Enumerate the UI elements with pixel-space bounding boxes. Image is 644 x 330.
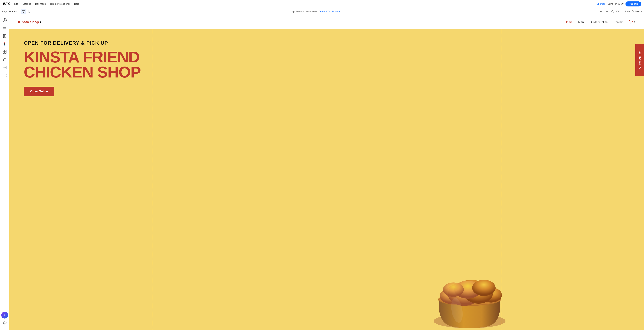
svg-rect-30 xyxy=(4,59,5,61)
page-selector[interactable]: Home xyxy=(9,10,18,13)
device-switcher xyxy=(21,9,32,14)
nav-order-online[interactable]: Order Online xyxy=(591,21,608,24)
order-online-sidebar-tab[interactable]: Order Online xyxy=(636,44,644,76)
site-navigation: Home Menu Order Online Contact 0 xyxy=(565,20,636,24)
search-button[interactable]: Search xyxy=(632,10,642,13)
svg-rect-15 xyxy=(3,28,6,28)
zoom-control[interactable]: 100% xyxy=(611,10,620,13)
preview-button[interactable]: Preview xyxy=(615,2,623,5)
svg-rect-37 xyxy=(3,74,6,75)
svg-point-61 xyxy=(472,280,496,296)
website-preview: Kinsta Shop★ Home Menu Order Online Cont… xyxy=(9,15,644,330)
top-bar-right: Upgrade Save Preview Publish xyxy=(596,1,641,6)
svg-rect-38 xyxy=(3,76,6,77)
hire-menu-item[interactable]: Hire a Professional xyxy=(50,2,70,5)
zoom-level-text: 100% xyxy=(614,10,620,13)
sidebar-item-layers[interactable] xyxy=(1,320,8,327)
svg-point-22 xyxy=(4,42,5,43)
svg-point-21 xyxy=(4,43,6,45)
desktop-icon[interactable] xyxy=(21,9,26,14)
left-sidebar: ✦ xyxy=(0,15,9,330)
undo-redo-group: ↩ ↪ xyxy=(598,9,609,14)
chicken-bucket-svg xyxy=(424,255,514,330)
save-button[interactable]: Save xyxy=(608,2,613,5)
svg-rect-28 xyxy=(3,52,4,53)
sidebar-item-pages[interactable] xyxy=(1,25,8,31)
site-header: Kinsta Shop★ Home Menu Order Online Cont… xyxy=(9,15,644,29)
svg-point-24 xyxy=(3,44,4,44)
svg-line-6 xyxy=(613,12,614,12)
chevron-down-icon xyxy=(16,11,18,12)
search-icon xyxy=(632,10,634,13)
editor-wrapper: ✦ Kinsta Shop★ Home Menu Order Online Co… xyxy=(0,15,644,330)
sidebar-item-design[interactable] xyxy=(1,40,8,47)
order-online-button[interactable]: Order Online xyxy=(24,87,54,96)
hero-content: OPEN FOR DELIVERY & PICK UP KINSTA FRIEN… xyxy=(9,29,390,107)
svg-point-4 xyxy=(29,12,30,12)
svg-rect-26 xyxy=(3,50,4,52)
svg-point-25 xyxy=(6,44,6,44)
svg-rect-35 xyxy=(3,66,6,69)
svg-line-10 xyxy=(634,12,634,12)
upgrade-button[interactable]: Upgrade xyxy=(596,2,606,5)
svg-point-41 xyxy=(632,23,632,24)
redo-button[interactable]: ↪ xyxy=(604,9,609,14)
svg-point-23 xyxy=(4,45,5,45)
canvas-area: Kinsta Shop★ Home Menu Order Online Cont… xyxy=(9,15,644,330)
svg-point-40 xyxy=(630,23,631,24)
svg-rect-8 xyxy=(622,12,624,12)
nav-menu[interactable]: Menu xyxy=(578,21,586,24)
svg-rect-7 xyxy=(622,11,624,11)
settings-menu-item[interactable]: Settings xyxy=(22,2,31,5)
cart-button[interactable]: 0 xyxy=(629,20,636,24)
site-logo: Kinsta Shop★ xyxy=(18,20,42,24)
sidebar-item-media[interactable] xyxy=(1,64,8,71)
devmode-menu-item[interactable]: Dev Mode xyxy=(35,2,46,5)
nav-contact[interactable]: Contact xyxy=(614,21,623,24)
chicken-image xyxy=(295,78,644,330)
page-name: Home xyxy=(9,10,16,13)
svg-marker-39 xyxy=(3,322,6,323)
top-navigation-bar: WIX Site Settings Dev Mode Hire a Profes… xyxy=(0,0,644,8)
svg-point-9 xyxy=(632,10,634,12)
help-menu-item[interactable]: Help xyxy=(74,2,79,5)
star-icon: ★ xyxy=(39,21,42,24)
ai-button[interactable]: ✦ xyxy=(1,312,8,319)
toolbar-right: ↩ ↪ 100% Tools Search xyxy=(598,9,642,14)
mobile-icon[interactable] xyxy=(27,9,32,14)
tools-icon xyxy=(622,10,624,13)
url-bar: https://www.wix.com/mysite Connect Your … xyxy=(34,10,597,13)
hero-subtitle: OPEN FOR DELIVERY & PICK UP xyxy=(24,40,376,46)
zoom-icon xyxy=(611,10,614,13)
svg-point-5 xyxy=(612,10,613,12)
svg-rect-16 xyxy=(3,29,6,29)
svg-rect-0 xyxy=(22,10,25,12)
svg-rect-29 xyxy=(5,52,6,53)
add-elements-button[interactable] xyxy=(1,17,8,24)
cart-icon xyxy=(629,20,634,24)
editor-toolbar: Page: Home https://www.wix.com/mysite Co… xyxy=(0,8,644,15)
publish-button[interactable]: Publish xyxy=(626,1,641,6)
nav-home[interactable]: Home xyxy=(565,21,572,24)
url-text: https://www.wix.com/mysite xyxy=(291,10,317,13)
tools-button[interactable]: Tools xyxy=(622,10,630,13)
cart-count: 0 xyxy=(634,21,636,23)
page-label: Page: xyxy=(2,10,8,13)
svg-rect-14 xyxy=(3,27,6,28)
svg-point-62 xyxy=(443,283,464,297)
svg-rect-27 xyxy=(5,50,6,52)
hero-section: Order Online OPEN FOR DELIVERY & PICK UP… xyxy=(9,29,644,330)
site-menu-item[interactable]: Site xyxy=(14,2,18,5)
sidebar-bottom: ✦ xyxy=(1,312,8,328)
wix-logo: WIX xyxy=(3,1,10,6)
undo-button[interactable]: ↩ xyxy=(598,9,604,14)
sidebar-item-blocks[interactable] xyxy=(1,48,8,55)
sidebar-item-sections[interactable] xyxy=(1,72,8,79)
sidebar-item-plugins[interactable] xyxy=(1,56,8,63)
sidebar-item-blog[interactable] xyxy=(1,33,8,39)
connect-domain-link[interactable]: Connect Your Domain xyxy=(319,10,340,13)
hero-title: KINSTA FRIEND CHICKEN SHOP xyxy=(24,49,376,79)
